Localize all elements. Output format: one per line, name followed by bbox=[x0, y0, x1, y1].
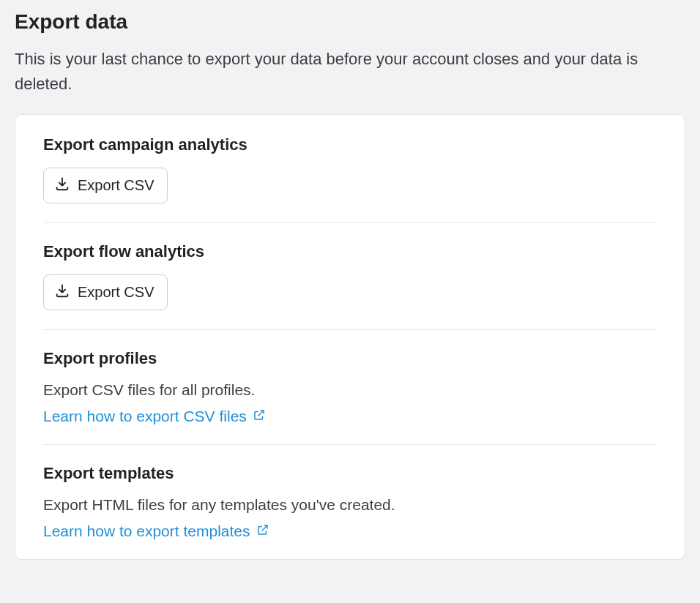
section-title-templates: Export templates bbox=[43, 464, 657, 483]
section-templates: Export templates Export HTML files for a… bbox=[43, 464, 657, 540]
download-icon bbox=[54, 176, 70, 195]
learn-export-csv-link[interactable]: Learn how to export CSV files bbox=[43, 408, 266, 425]
export-flow-csv-label: Export CSV bbox=[78, 284, 154, 301]
section-title-campaign: Export campaign analytics bbox=[43, 135, 657, 154]
learn-export-templates-link-label: Learn how to export templates bbox=[43, 523, 250, 540]
section-desc-profiles: Export CSV files for all profiles. bbox=[43, 381, 657, 399]
section-campaign-analytics: Export campaign analytics Export CSV bbox=[43, 135, 657, 223]
export-flow-csv-button[interactable]: Export CSV bbox=[43, 274, 168, 310]
export-card: Export campaign analytics Export CSV Exp… bbox=[15, 114, 685, 560]
section-title-profiles: Export profiles bbox=[43, 349, 657, 368]
export-campaign-csv-label: Export CSV bbox=[78, 177, 154, 194]
section-title-flow: Export flow analytics bbox=[43, 242, 657, 261]
page-subtitle: This is your last chance to export your … bbox=[15, 47, 659, 97]
export-campaign-csv-button[interactable]: Export CSV bbox=[43, 168, 168, 203]
section-desc-templates: Export HTML files for any templates you'… bbox=[43, 496, 657, 514]
download-icon bbox=[54, 282, 70, 302]
learn-export-csv-link-label: Learn how to export CSV files bbox=[43, 408, 247, 425]
page-title: Export data bbox=[15, 10, 685, 34]
external-link-icon bbox=[256, 523, 269, 540]
section-profiles: Export profiles Export CSV files for all… bbox=[43, 349, 657, 445]
external-link-icon bbox=[253, 408, 266, 425]
learn-export-templates-link[interactable]: Learn how to export templates bbox=[43, 523, 269, 540]
section-flow-analytics: Export flow analytics Export CSV bbox=[43, 242, 657, 330]
